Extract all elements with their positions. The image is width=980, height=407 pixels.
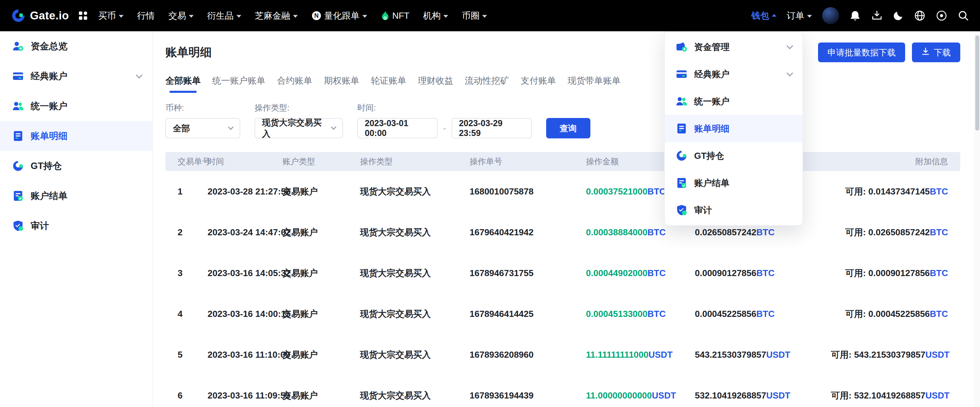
available-value: 可用: 0.00045225856: [845, 309, 930, 319]
classic-account-icon: [676, 68, 687, 80]
nav-item-label: 衍生品: [207, 10, 234, 22]
sidebar-item-gt-holdings[interactable]: GT持仓: [0, 151, 153, 181]
date-range-separator: -: [443, 123, 446, 134]
balance-value: 543.21530379857: [695, 350, 766, 360]
notifications-bell-icon[interactable]: [850, 10, 861, 21]
cell-operation-type: 现货大宗交易买入: [360, 186, 469, 198]
tab-unified-account-bills[interactable]: 统一账户账单: [212, 75, 266, 93]
nav-item-derivatives[interactable]: 衍生品: [207, 10, 241, 22]
tab-options-bills[interactable]: 期权账单: [324, 75, 360, 93]
wallet-menu-item-audit[interactable]: 审计: [665, 196, 802, 224]
gate-logo[interactable]: Gate.io: [11, 8, 69, 23]
gt-holdings-icon: [12, 160, 24, 172]
app-download-icon[interactable]: [871, 10, 883, 21]
date-to-input[interactable]: 2023-03-29 23:59: [452, 118, 532, 138]
balance-currency: BTC: [756, 309, 775, 319]
cell-operation-type: 现货大宗交易买入: [360, 226, 469, 238]
wallet-label: 钱包: [751, 10, 769, 22]
nav-item-institutional[interactable]: 机构: [423, 10, 448, 22]
quant-n-icon: N: [311, 11, 321, 21]
operation-type-select[interactable]: 现货大宗交易买入: [255, 118, 343, 138]
cell-operation-type: 现货大宗交易买入: [360, 308, 469, 320]
wallet-menu-item-account-statement[interactable]: 账户结单: [665, 169, 802, 196]
top-navbar: Gate.io 买币行情交易衍生品芝麻金融N量化跟单NFT机构币圈 钱包 订单: [0, 0, 980, 31]
wallet-menu-item-gt-holdings[interactable]: GT持仓: [665, 142, 802, 169]
batch-download-label: 申请批量数据下载: [827, 47, 896, 58]
wallet-menu-item-classic-account[interactable]: 经典账户: [665, 60, 802, 88]
wallet-menu-item-label: 审计: [694, 204, 712, 216]
search-icon[interactable]: [958, 10, 969, 21]
sidebar-item-classic-account[interactable]: 经典账户: [0, 61, 153, 91]
scrollbar-track[interactable]: [974, 31, 980, 407]
tab-spot-copy-bills[interactable]: 现货带单账单: [568, 75, 620, 93]
tab-earn-income[interactable]: 理财收益: [418, 75, 453, 93]
nav-item-moments[interactable]: 币圈: [462, 10, 487, 22]
available-currency: BTC: [930, 268, 948, 278]
nav-item-markets[interactable]: 行情: [137, 10, 155, 22]
wallet-dropdown-menu: 资金管理经典账户统一账户账单明细GT持仓账户结单审计: [664, 31, 803, 226]
orders-menu-button[interactable]: 订单: [787, 10, 812, 22]
date-from-input[interactable]: 2023-03-01 00:00: [357, 118, 438, 138]
sidebar-item-label: 账单明细: [30, 130, 67, 142]
amount-currency: USDT: [652, 390, 676, 401]
sidebar-item-label: 经典账户: [30, 70, 67, 82]
cell-trade-index: 5: [178, 350, 208, 360]
tab-futures-bills[interactable]: 合约账单: [277, 75, 312, 93]
tab-all-bills[interactable]: 全部账单: [165, 75, 201, 93]
nav-item-label: 买币: [98, 10, 116, 22]
sidebar-item-label: GT持仓: [30, 160, 62, 172]
user-avatar[interactable]: [822, 7, 839, 24]
tab-warrant-bills[interactable]: 轮证账单: [371, 75, 406, 93]
nav-item-label: 行情: [137, 10, 155, 22]
cell-account-type: 交易账户: [282, 226, 360, 238]
currency-select-value: 全部: [173, 123, 190, 134]
sidebar-item-audit[interactable]: 审计: [0, 211, 153, 241]
caret-down-icon: [482, 15, 487, 18]
search-button[interactable]: 查询: [546, 118, 590, 138]
chevron-down-icon: [786, 70, 793, 76]
audit-icon: [12, 220, 24, 231]
chevron-down-icon: [331, 124, 337, 130]
statement-icon: [12, 190, 24, 202]
scrollbar-thumb[interactable]: [975, 35, 979, 131]
wallet-menu-button[interactable]: 钱包: [751, 10, 776, 22]
sidebar-item-account-statement[interactable]: 账户结单: [0, 181, 153, 211]
cell-operation-amount: 11.11111111000USDT: [586, 350, 695, 360]
tab-liquidity-mining[interactable]: 流动性挖矿: [465, 75, 509, 93]
cell-operation-amount: 11.00000000000USDT: [586, 390, 695, 401]
batch-download-button[interactable]: 申请批量数据下载: [818, 43, 905, 62]
cell-operation-amount: 0.00045133000BTC: [586, 309, 695, 319]
wallet-menu-item-funds-management[interactable]: 资金管理: [665, 33, 802, 60]
chevron-down-icon: [786, 43, 793, 49]
nav-item-label: 量化跟单: [324, 10, 360, 22]
sidebar-item-funds-overview[interactable]: 资金总览: [0, 31, 153, 61]
cell-account-type: 交易账户: [282, 267, 360, 279]
apps-grid-icon[interactable]: [78, 11, 88, 21]
chevron-down-icon: [228, 124, 234, 130]
language-globe-icon[interactable]: [914, 10, 926, 21]
cell-extra-info: 可用: 0.02650857242BTC: [831, 226, 948, 238]
amount-value: 0.00037521000: [586, 186, 648, 196]
nav-item-quant-copy-trading[interactable]: N量化跟单: [311, 10, 367, 22]
nav-item-nft[interactable]: NFT: [381, 11, 410, 21]
wallet-menu-item-bill-details[interactable]: 账单明细: [665, 115, 802, 142]
nav-item-sesame-finance[interactable]: 芝麻金融: [255, 10, 298, 22]
sidebar-item-bill-details[interactable]: 账单明细: [0, 121, 153, 151]
settings-icon[interactable]: [936, 10, 947, 21]
wallet-menu-item-unified-account[interactable]: 统一账户: [665, 88, 802, 115]
nav-item-trade[interactable]: 交易: [169, 10, 194, 22]
tab-payment-bills[interactable]: 支付账单: [520, 75, 556, 93]
nav-item-buy-crypto[interactable]: 买币: [98, 10, 124, 22]
cell-extra-info: 可用: 532.10419268857USDT: [831, 390, 950, 402]
wallet-menu-item-label: 经典账户: [694, 68, 730, 80]
download-button[interactable]: 下载: [912, 43, 960, 62]
currency-select[interactable]: 全部: [165, 118, 240, 138]
available-value: 可用: 543.21530379857: [831, 350, 926, 360]
column-header: 操作单号: [469, 156, 586, 167]
table-row: 12023-03-28 21:27:56交易账户现货大宗交易买入16800100…: [165, 171, 960, 212]
gateio-billing-page: Gate.io 买币行情交易衍生品芝麻金融N量化跟单NFT机构币圈 钱包 订单 …: [0, 0, 980, 407]
theme-moon-icon[interactable]: [893, 10, 904, 21]
sidebar-item-unified-account[interactable]: 统一账户: [0, 91, 153, 121]
balance-value: 0.02650857242: [695, 227, 756, 238]
nav-item-label: 交易: [169, 10, 186, 22]
